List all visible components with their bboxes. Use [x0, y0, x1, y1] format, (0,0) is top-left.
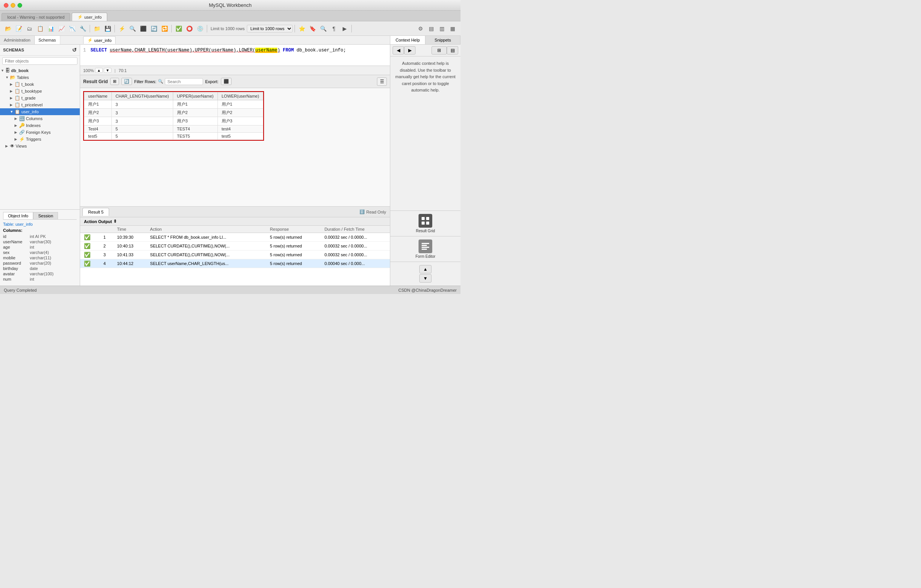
sql-editor[interactable]: 1 SELECT userName,CHAR_LENGTH(userName),… [80, 45, 390, 66]
result-grid-section[interactable]: Result Grid [390, 211, 460, 236]
tree-item-t_book[interactable]: ▶ 📋 t_book [0, 81, 80, 88]
toolbar-btn-8[interactable]: 🔧 [78, 24, 88, 34]
indexes-icon: 🔑 [19, 123, 25, 128]
col-header-charlength: CHAR_LENGTH(userName) [111, 92, 173, 100]
session-tab[interactable]: Session [33, 212, 58, 219]
toolbar-btn-5[interactable]: 📊 [46, 24, 56, 34]
tree-item-foreign-keys[interactable]: ▶ 🔗 Foreign Keys [0, 129, 80, 136]
toolbar-btn-2[interactable]: 📝 [14, 24, 24, 34]
user-info-tab[interactable]: ⚡ user_info [83, 36, 116, 44]
save-btn[interactable]: 💾 [103, 24, 112, 34]
ah-status [80, 226, 99, 233]
col-avatar-type: varchar(100) [30, 271, 54, 276]
tree-item-user_info[interactable]: ▼ 📋 user_info [0, 108, 80, 115]
star-btn[interactable]: ⭐ [297, 24, 307, 34]
separator: | [114, 68, 116, 73]
tab-administration[interactable]: Administration [0, 36, 35, 44]
obj-table-title: Table: user_info [3, 222, 77, 226]
nav-btn-4[interactable]: ▤ [447, 46, 458, 55]
export-btn[interactable]: ⬛ [221, 78, 231, 85]
filter-input[interactable] [2, 57, 77, 65]
grid-icon-btn[interactable]: ⊞ [110, 78, 119, 85]
col-avatar: avatar varchar(100) [3, 271, 77, 276]
sidebar-refresh-icon[interactable]: ↺ [72, 47, 77, 53]
scroll-buttons: ▲ ▼ [390, 262, 460, 286]
toolbar-btn-3[interactable]: 🗂 [24, 24, 34, 34]
toolbar-btn-7[interactable]: 📉 [67, 24, 77, 34]
toolbar-btn-4[interactable]: 📋 [35, 24, 45, 34]
stop-btn[interactable]: ⬛ [138, 24, 148, 34]
tree-item-indexes[interactable]: ▶ 🔑 Indexes [0, 122, 80, 129]
statusbar: Query Completed CSDN @ChinaDragonDreamer [0, 286, 460, 294]
scroll-up-btn[interactable]: ▲ [419, 265, 431, 273]
tab-schemas[interactable]: Schemas [35, 36, 60, 44]
context-help-tab[interactable]: Context Help [390, 36, 425, 44]
app-title: MySQL Workbench [209, 2, 252, 8]
execute-btn[interactable]: ⚡ [117, 24, 127, 34]
check-btn[interactable]: ✅ [174, 24, 184, 34]
zoom-down-btn[interactable]: ▼ [104, 68, 111, 73]
layout-btn-3[interactable]: ▦ [447, 24, 457, 34]
tab-user-info[interactable]: ⚡ user_info [72, 13, 107, 21]
col-password: password varchar(20) [3, 261, 77, 265]
toolbar-btn-6[interactable]: 📈 [57, 24, 67, 34]
format-btn[interactable]: ¶ [329, 24, 339, 34]
table-icon-t_pricelevel: 📋 [15, 102, 20, 107]
col-sex-type: varchar(4) [30, 250, 49, 255]
toolbar-btn-1[interactable]: 📂 [3, 24, 13, 34]
foreign-keys-label: Foreign Keys [26, 130, 51, 135]
form-editor-section[interactable]: Form Editor [390, 236, 460, 262]
col-birthday-name: birthday [3, 266, 30, 271]
settings-btn[interactable]: ⚙ [415, 24, 425, 34]
zoom-btn[interactable]: 🔍 [318, 24, 328, 34]
table-row: test55TEST5test5 [84, 133, 263, 140]
filter-refresh-btn[interactable]: 🔄 [121, 78, 132, 85]
tree-item-t_grade[interactable]: ▶ 📋 t_grade [0, 94, 80, 101]
action-output-header: Action Output ⇕ [80, 218, 390, 226]
minimize-button[interactable] [11, 3, 15, 8]
nav-back-btn[interactable]: ◀ [392, 46, 404, 55]
result-tab-5[interactable]: Result 5 [82, 208, 109, 216]
snippets-tab[interactable]: Snippets [425, 36, 460, 44]
disk-btn[interactable]: 💿 [195, 24, 205, 34]
col-id-type: int AI PK [30, 234, 46, 239]
cursor-position: 70:1 [119, 68, 127, 73]
tree-item-tables[interactable]: ▼ 📂 Tables [0, 74, 80, 81]
bookmark-btn[interactable]: 🔖 [308, 24, 317, 34]
sql-text-area[interactable]: SELECT userName,CHAR_LENGTH(userName),UP… [90, 48, 387, 63]
view-toggle-btn[interactable]: ☰ [377, 77, 387, 86]
zoom-up-btn[interactable]: ▲ [95, 68, 103, 73]
schema-btn[interactable]: ▶ [340, 24, 350, 34]
tree-item-db_book[interactable]: ▼ 🗄 db_book [0, 67, 80, 74]
layout-btn-1[interactable]: ▤ [426, 24, 436, 34]
form-editor-icon[interactable] [418, 239, 432, 253]
nav-forward-btn[interactable]: ▶ [404, 46, 415, 55]
toggle-btn[interactable]: 🔁 [159, 24, 169, 34]
object-info-tab[interactable]: Object Info [3, 212, 33, 219]
tab-local[interactable]: local - Warning - not supported [2, 13, 70, 21]
result-grid-icon[interactable] [418, 214, 432, 227]
scroll-down-btn[interactable]: ▼ [419, 274, 431, 283]
sql-tab-label: user_info [94, 38, 111, 43]
tree-item-t_pricelevel[interactable]: ▶ 📋 t_pricelevel [0, 101, 80, 108]
cancel-btn[interactable]: ⭕ [184, 24, 194, 34]
nav-btn-3[interactable]: ⊞ [431, 46, 447, 55]
open-file-btn[interactable]: 📁 [92, 24, 102, 34]
maximize-button[interactable] [18, 3, 22, 8]
tree-item-triggers[interactable]: ▶ ⚡ Triggers [0, 136, 80, 143]
svg-rect-6 [421, 247, 429, 248]
t-pricelevel-label: t_pricelevel [21, 102, 43, 107]
db-book-label: db_book [11, 68, 29, 73]
tree-item-t_booktype[interactable]: ▶ 📋 t_booktype [0, 88, 80, 94]
close-button[interactable] [4, 3, 8, 8]
layout-btn-2[interactable]: ▥ [437, 24, 447, 34]
explain-btn[interactable]: 🔍 [127, 24, 137, 34]
columns-section-title: Columns: [3, 228, 77, 232]
search-input[interactable] [165, 78, 203, 85]
col-num-name: num [3, 277, 30, 281]
refresh-btn[interactable]: 🔄 [149, 24, 159, 34]
tree-item-views[interactable]: ▶ 👁 Views [0, 143, 80, 149]
svg-rect-0 [421, 217, 425, 220]
limit-rows-select[interactable]: Limit to 1000 rows [247, 25, 293, 32]
tree-item-columns[interactable]: ▶ 🔣 Columns [0, 115, 80, 122]
